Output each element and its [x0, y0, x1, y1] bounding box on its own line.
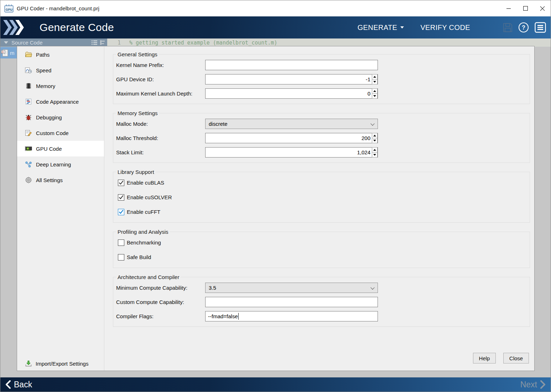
svg-text:GPU: GPU: [6, 7, 13, 11]
custom-compute-capability-input[interactable]: [205, 297, 378, 307]
field-label: Malloc Threshold:: [115, 135, 205, 141]
sidebar-item-code-appearance[interactable]: Code Appearance: [17, 94, 104, 109]
spin-down-button[interactable]: [372, 79, 378, 84]
menu-icon[interactable]: [535, 22, 546, 33]
gpu-card-icon: [24, 145, 33, 153]
sidebar-item-speed[interactable]: Speed: [17, 62, 104, 78]
spin-up-button[interactable]: [372, 88, 378, 94]
compiler-flags-input[interactable]: --fmad=false: [205, 311, 378, 321]
maximum-kernel-launch-depth-input[interactable]: 0: [205, 88, 378, 99]
back-button[interactable]: Back: [5, 380, 32, 390]
list-view-icon[interactable]: [91, 40, 98, 45]
source-file-item[interactable]: fx m: [0, 47, 17, 58]
gpu-coder-app-icon: GPU: [4, 4, 14, 13]
footer-nav-bar: Back Next: [0, 377, 551, 392]
sidebar-item-all-settings[interactable]: All Settings: [17, 172, 104, 188]
code-editor[interactable]: 1 % getting started example (mandelbrot_…: [107, 38, 551, 47]
section-legend: Profiling and Analysis: [116, 229, 170, 235]
sidebar-item-memory[interactable]: Memory: [17, 78, 104, 94]
form-row-malloc-threshold: Malloc Threshold:200: [115, 131, 526, 145]
code-comment-line: % getting started example (mandelbrot_co…: [129, 40, 277, 46]
field-label: Minimum Compute Capability:: [115, 285, 205, 291]
section-legend: Memory Settings: [116, 110, 159, 116]
custom-code-icon: [24, 129, 33, 137]
spin-up-button[interactable]: [372, 74, 378, 79]
checkbox-enable-cublas[interactable]: [118, 180, 124, 186]
text-cursor: [238, 313, 239, 320]
matlab-function-file-icon: fx: [0, 48, 9, 57]
file-item-label: m: [10, 50, 15, 56]
close-window-button[interactable]: [534, 0, 551, 16]
back-chevron-icon: [5, 380, 11, 389]
checkbox-enable-cufft[interactable]: [118, 209, 124, 215]
help-icon[interactable]: ?: [518, 22, 529, 33]
spinner-buttons: [372, 133, 378, 143]
form-row-maximum-kernel-launch-depth: Maximum Kernel Launch Depth:0: [115, 86, 526, 100]
spin-down-button[interactable]: [372, 138, 378, 143]
field-label: Stack Limit:: [115, 149, 205, 155]
field-label: Compiler Flags:: [115, 313, 205, 319]
close-button[interactable]: Close: [503, 353, 529, 363]
spin-down-button[interactable]: [372, 94, 378, 99]
down-arrow-icon: [373, 95, 376, 97]
maximize-button[interactable]: [517, 0, 534, 16]
tree-view-icon[interactable]: [100, 40, 105, 45]
down-arrow-icon: [373, 81, 376, 83]
section-architecture-and-compiler: Architecture and CompilerMinimum Compute…: [113, 274, 530, 327]
form-row-benchmarking: Benchmarking: [115, 235, 526, 250]
up-arrow-icon: [373, 76, 376, 78]
source-panel-title: Source Code: [11, 40, 43, 46]
coder-chevrons-logo-icon: [3, 20, 27, 35]
input-value: 0: [368, 91, 370, 97]
kernel-name-prefix-input[interactable]: [205, 60, 378, 70]
save-icon[interactable]: [503, 23, 513, 32]
down-arrow-icon: [373, 154, 376, 156]
sidebar-item-label: Speed: [36, 67, 51, 73]
checkbox-enable-cusolver[interactable]: [118, 194, 124, 201]
malloc-mode-select[interactable]: discrete: [205, 119, 378, 129]
form-row-compiler-flags: Compiler Flags:--fmad=false: [115, 309, 526, 323]
sidebar-item-gpu-code[interactable]: GPU Code: [17, 141, 104, 156]
sidebar-item-deep-learning[interactable]: Deep Learning: [17, 156, 104, 172]
input-value: --fmad=false: [208, 313, 238, 319]
minimum-compute-capability-select[interactable]: 3.5: [205, 283, 378, 293]
import-export-settings-button[interactable]: Import/Export Settings: [24, 360, 88, 367]
minimize-button[interactable]: [500, 0, 517, 16]
minimize-icon: [506, 6, 511, 11]
spin-down-button[interactable]: [372, 153, 378, 158]
stack-limit-input[interactable]: 1,024: [205, 147, 378, 158]
form-row-gpu-device-id: GPU Device ID:-1: [115, 72, 526, 86]
collapse-triangle-icon[interactable]: [4, 41, 8, 44]
select-value: 3.5: [209, 285, 216, 291]
malloc-threshold-input[interactable]: 200: [205, 133, 378, 143]
bug-icon: [24, 113, 33, 121]
next-button[interactable]: Next: [520, 380, 546, 390]
spinner-buttons: [372, 147, 378, 158]
spin-up-button[interactable]: [372, 147, 378, 153]
chevron-down-icon: [370, 122, 374, 125]
sidebar-item-debugging[interactable]: Debugging: [17, 109, 104, 125]
spinner-buttons: [372, 88, 378, 99]
field-label: Malloc Mode:: [115, 121, 205, 127]
checkbox-safe-build[interactable]: [118, 254, 124, 261]
sidebar-item-label: Debugging: [36, 114, 62, 120]
section-legend: Library Support: [116, 169, 156, 175]
source-code-panel-header[interactable]: Source Code: [0, 38, 107, 47]
generate-button[interactable]: GENERATE: [358, 24, 404, 32]
verify-code-button[interactable]: VERIFY CODE: [420, 24, 470, 32]
sidebar-item-label: Code Appearance: [36, 99, 79, 105]
sidebar-item-paths[interactable]: Paths: [17, 47, 104, 62]
checkbox-label: Safe Build: [127, 254, 151, 260]
checkbox-label: Enable cuBLAS: [127, 180, 164, 186]
spin-up-button[interactable]: [372, 133, 378, 138]
up-arrow-icon: [373, 149, 376, 151]
checkbox-benchmarking[interactable]: [118, 239, 124, 246]
help-button[interactable]: Help: [473, 353, 496, 363]
gpu-device-id-input[interactable]: -1: [205, 74, 378, 84]
up-arrow-icon: [373, 90, 376, 92]
sidebar-item-custom-code[interactable]: Custom Code: [17, 125, 104, 141]
form-row-stack-limit: Stack Limit:1,024: [115, 145, 526, 159]
maximize-icon: [523, 6, 528, 11]
chevron-down-icon: [370, 285, 374, 289]
sidebar-item-label: Paths: [36, 52, 50, 58]
